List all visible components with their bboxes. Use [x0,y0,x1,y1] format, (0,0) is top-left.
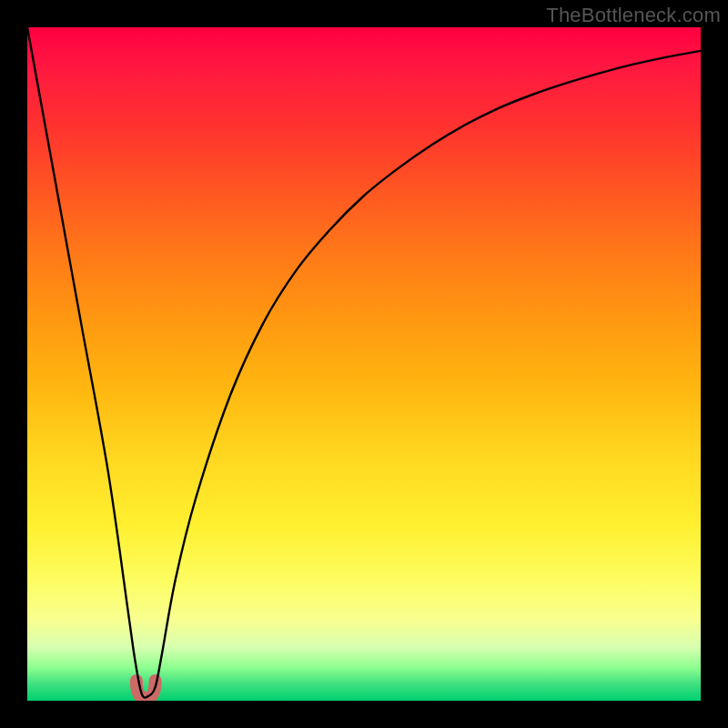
plot-area [27,27,701,701]
curve-layer [27,27,701,701]
chart-frame: TheBottleneck.com [0,0,728,728]
watermark-text: TheBottleneck.com [546,4,721,27]
bottleneck-curve [27,27,701,698]
